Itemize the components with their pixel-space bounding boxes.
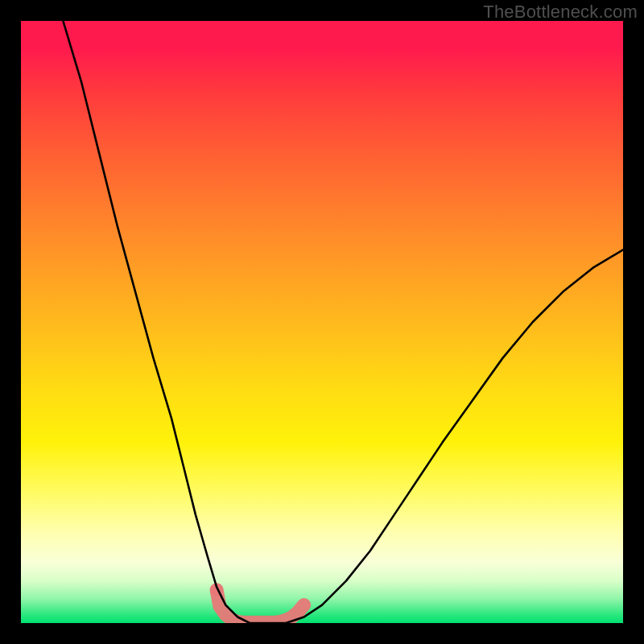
watermark-text: TheBottleneck.com xyxy=(483,2,638,23)
plot-area xyxy=(21,21,623,623)
bottleneck-curve xyxy=(63,21,623,623)
highlight-band-path xyxy=(217,590,303,622)
bottleneck-curve-path xyxy=(63,21,623,623)
chart-frame: TheBottleneck.com xyxy=(0,0,644,644)
curve-layer xyxy=(21,21,623,623)
